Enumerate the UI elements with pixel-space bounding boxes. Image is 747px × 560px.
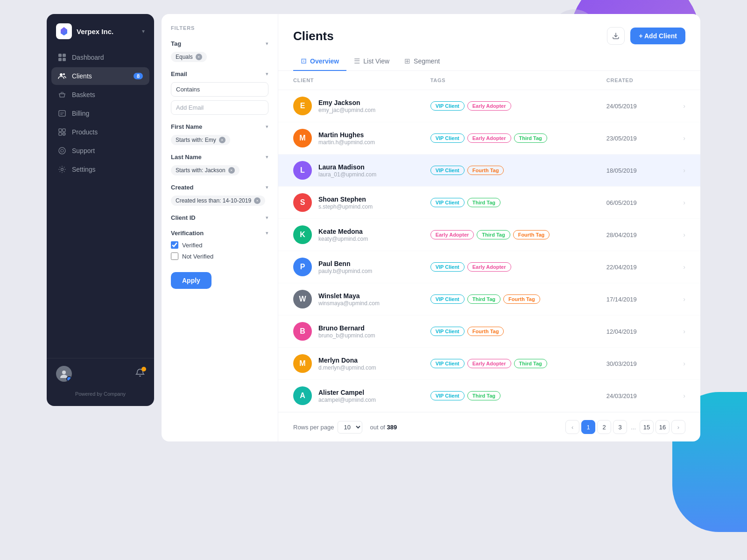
pagination: ‹ 1 2 3 ... 15 16 › (565, 420, 685, 434)
tab-segment[interactable]: ⊞ Segment (397, 52, 447, 71)
tab-overview-label: Overview (310, 57, 339, 65)
created-filter-header[interactable]: Created ▾ (171, 184, 268, 191)
tabs-bar: ⊡ Overview ☰ List View ⊞ Segment (278, 45, 700, 71)
client-cell: M Merlyn Dona d.merlyn@upmind.com (278, 348, 416, 380)
table-row[interactable]: M Merlyn Dona d.merlyn@upmind.com VIP Cl… (278, 348, 700, 380)
table-row[interactable]: K Keate Medona keaty@upmind.com Early Ad… (278, 219, 700, 251)
not-verified-label: Not Verified (182, 253, 213, 260)
tag: VIP Client (430, 391, 465, 400)
page-1-button[interactable]: 1 (581, 420, 595, 434)
table-row[interactable]: S Shoan Stephen s.steph@upmind.com VIP C… (278, 187, 700, 219)
sidebar-item-baskets[interactable]: Baskets (51, 86, 149, 104)
created-chip-remove[interactable]: × (254, 197, 261, 204)
table-row[interactable]: L Laura Madison laura_01@upmind.com VIP … (278, 154, 700, 187)
email-operator-select[interactable]: Contains Equals Starts with (171, 82, 268, 97)
verification-filter-header[interactable]: Verification ▾ (171, 230, 268, 237)
rows-per-page: Rows per page 10 25 50 (293, 421, 362, 434)
sidebar-item-billing[interactable]: Billing (51, 105, 149, 122)
sidebar-item-clients[interactable]: Clients 8 (51, 67, 149, 85)
verified-row[interactable]: Verified (171, 241, 268, 249)
brand[interactable]: Verpex Inc. ▾ (47, 23, 154, 49)
apply-button[interactable]: Apply (171, 272, 211, 289)
rows-per-page-select[interactable]: 10 25 50 (338, 421, 362, 434)
brand-logo (56, 23, 72, 39)
sidebar-item-settings[interactable]: Settings (51, 161, 149, 178)
dashboard-icon (58, 53, 66, 62)
tab-overview[interactable]: ⊡ Overview (293, 52, 346, 71)
svg-rect-1 (63, 54, 66, 57)
tag: VIP Client (430, 166, 465, 175)
next-page-button[interactable]: › (671, 420, 685, 434)
client-name: Alister Campel (318, 389, 376, 396)
row-chevron: › (662, 380, 700, 412)
overview-tab-icon: ⊡ (301, 57, 307, 65)
row-chevron: › (662, 90, 700, 122)
first-name-chip-remove[interactable]: × (219, 137, 226, 143)
client-cell: E Emy Jackson emy_jac@upmind.com (278, 90, 416, 122)
clients-icon (58, 72, 66, 80)
svg-rect-2 (58, 58, 62, 61)
email-input[interactable] (171, 100, 268, 115)
tag: Fourth Tag (467, 327, 504, 336)
sidebar-item-dashboard-label: Dashboard (72, 54, 104, 61)
export-button[interactable] (607, 27, 625, 45)
row-chevron: › (662, 219, 700, 251)
table-row[interactable]: P Paul Benn pauly.b@upmind.com VIP Clien… (278, 251, 700, 283)
total-count: out of 389 (370, 424, 397, 431)
table-row[interactable]: E Emy Jackson emy_jac@upmind.com VIP Cli… (278, 90, 700, 122)
sidebar-item-support[interactable]: Support (51, 142, 149, 160)
svg-rect-3 (63, 58, 66, 61)
client-id-filter-label: Client ID (171, 214, 196, 221)
tags-cell: VIP ClientThird Tag (416, 380, 592, 412)
notification-dot (141, 367, 146, 371)
row-chevron: › (662, 315, 700, 348)
client-email: d.merlyn@upmind.com (318, 364, 376, 371)
client-cell: A Alister Campel acampel@upmind.com (278, 380, 416, 412)
tag: VIP Client (430, 327, 465, 336)
table-row[interactable]: A Alister Campel acampel@upmind.com VIP … (278, 380, 700, 412)
brand-chevron-icon: ▾ (142, 28, 145, 35)
tag-filter-label: Tag (171, 40, 181, 47)
table-row[interactable]: M Martin Hughes martin.h@upmind.com VIP … (278, 122, 700, 154)
email-filter-header[interactable]: Email ▾ (171, 70, 268, 77)
tag-chip-remove[interactable]: × (196, 54, 202, 60)
sidebar-item-dashboard[interactable]: Dashboard (51, 49, 149, 66)
page-16-button[interactable]: 16 (655, 420, 669, 434)
list-view-tab-icon: ☰ (354, 57, 360, 65)
sidebar-item-products[interactable]: Products (51, 123, 149, 141)
page-2-button[interactable]: 2 (597, 420, 611, 434)
row-chevron: › (662, 251, 700, 283)
prev-page-button[interactable]: ‹ (565, 420, 579, 434)
page-3-button[interactable]: 3 (613, 420, 627, 434)
not-verified-row[interactable]: Not Verified (171, 252, 268, 260)
client-avatar: L (293, 161, 312, 180)
table-row[interactable]: B Bruno Bernard bruno_b@upmind.com VIP C… (278, 315, 700, 348)
table-row[interactable]: W Winslet Maya winsmaya@upmind.com VIP C… (278, 283, 700, 315)
user-profile[interactable] (56, 366, 72, 382)
notifications-button[interactable] (135, 368, 145, 379)
add-client-button[interactable]: + Add Client (630, 28, 685, 44)
client-name: Martin Hughes (318, 131, 375, 139)
first-name-filter-header[interactable]: First Name ▾ (171, 123, 268, 130)
tag-filter-header[interactable]: Tag ▾ (171, 40, 268, 47)
sidebar-footer (47, 358, 154, 385)
created-cell: 06/05/2019 (592, 187, 662, 219)
created-cell: 22/04/2019 (592, 251, 662, 283)
row-chevron: › (662, 283, 700, 315)
last-name-filter-header[interactable]: Last Name ▾ (171, 154, 268, 161)
svg-rect-10 (63, 129, 65, 132)
page-15-button[interactable]: 15 (640, 420, 654, 434)
row-chevron: › (662, 187, 700, 219)
settings-icon (58, 165, 66, 174)
tag: Early Adopter (467, 359, 511, 368)
client-id-filter-header[interactable]: Client ID ▾ (171, 214, 268, 221)
last-name-chip-remove[interactable]: × (228, 167, 235, 174)
brand-name: Verpex Inc. (77, 28, 137, 35)
verified-checkbox[interactable] (171, 241, 178, 249)
last-name-chip: Starts with: Jackson × (171, 165, 240, 175)
filters-title: FILTERS (171, 25, 268, 31)
tab-list-view[interactable]: ☰ List View (346, 52, 397, 71)
svg-rect-6 (59, 111, 65, 116)
created-filter: Created ▾ Created less than: 14-10-2019 … (171, 184, 268, 206)
not-verified-checkbox[interactable] (171, 252, 178, 260)
